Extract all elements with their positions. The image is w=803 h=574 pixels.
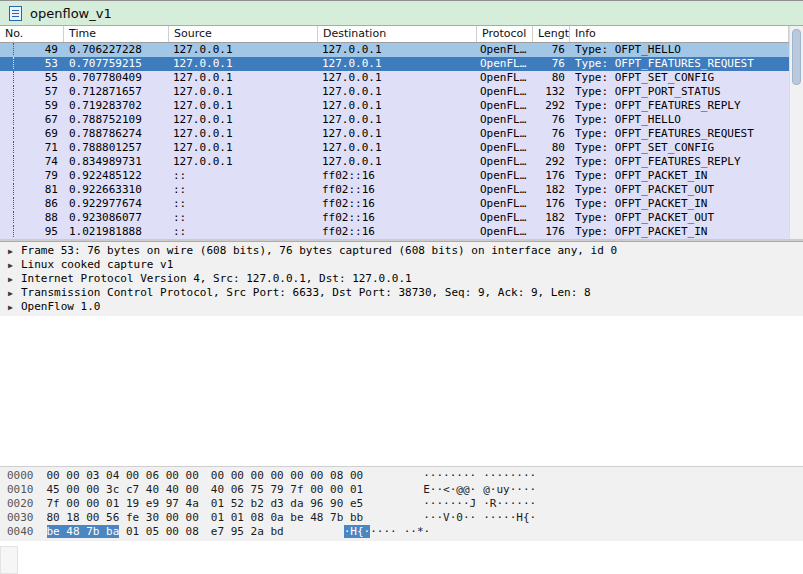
packet-no: 53 bbox=[18, 57, 64, 71]
packet-row[interactable]: 74 0.834989731 127.0.0.1 127.0.0.1 OpenF… bbox=[0, 155, 789, 169]
packet-time: 0.788786274 bbox=[64, 127, 169, 141]
detail-row-tcp[interactable]: ▶Transmission Control Protocol, Src Port… bbox=[0, 286, 803, 300]
packet-no: 49 bbox=[18, 43, 64, 57]
packet-length: 80 bbox=[533, 141, 570, 155]
scrollbar-thumb[interactable] bbox=[792, 29, 801, 85]
hex-row[interactable]: 001045 00 00 3c c7 40 40 0040 06 75 79 7… bbox=[0, 483, 803, 497]
column-header-length[interactable]: Length bbox=[533, 26, 570, 42]
hex-offset: 0010 bbox=[7, 483, 34, 496]
packet-time: 0.788801257 bbox=[64, 141, 169, 155]
hex-bytes-left[interactable]: 00 00 03 04 00 06 00 00 bbox=[47, 469, 199, 482]
column-header-time[interactable]: Time bbox=[64, 26, 169, 42]
hex-bytes-right[interactable]: 01 52 b2 d3 da 96 90 e5 bbox=[211, 497, 363, 510]
hex-dump: 000000 00 03 04 00 06 00 0000 00 00 00 0… bbox=[0, 467, 803, 541]
expand-arrow-icon[interactable]: ▶ bbox=[8, 245, 21, 258]
detail-row-ipv4[interactable]: ▶Internet Protocol Version 4, Src: 127.0… bbox=[0, 272, 803, 286]
hex-row[interactable]: 000000 00 03 04 00 06 00 0000 00 00 00 0… bbox=[0, 469, 803, 483]
conversation-tick bbox=[0, 85, 18, 99]
packet-rows: 49 0.706227228 127.0.0.1 127.0.0.1 OpenF… bbox=[0, 43, 789, 239]
packet-length: 182 bbox=[533, 211, 570, 225]
packet-length: 182 bbox=[533, 183, 570, 197]
hex-ascii-left[interactable]: ········ bbox=[423, 469, 476, 482]
hex-bytes-right[interactable]: e7 95 2a bd bbox=[211, 525, 284, 538]
packet-destination: ff02::16 bbox=[318, 183, 477, 197]
hex-selected-ascii[interactable]: ·H{· bbox=[344, 525, 371, 538]
packet-destination: 127.0.0.1 bbox=[318, 141, 477, 155]
conversation-tick bbox=[0, 155, 18, 169]
packet-source: :: bbox=[169, 197, 318, 211]
packet-source: :: bbox=[169, 225, 318, 239]
hex-ascii-left[interactable]: ···· bbox=[370, 525, 397, 538]
packet-row[interactable]: 71 0.788801257 127.0.0.1 127.0.0.1 OpenF… bbox=[0, 141, 789, 155]
detail-row-linux-cooked[interactable]: ▶Linux cooked capture v1 bbox=[0, 258, 803, 272]
expand-arrow-icon[interactable]: ▶ bbox=[8, 273, 21, 286]
packet-row[interactable]: 86 0.922977674 :: ff02::16 OpenFL… 176 T… bbox=[0, 197, 789, 211]
packet-protocol: OpenFL… bbox=[477, 113, 533, 127]
hex-bytes-left[interactable]: 01 05 00 08 bbox=[119, 525, 198, 538]
hex-ascii-left[interactable]: ·······J bbox=[423, 497, 476, 510]
packet-row[interactable]: 69 0.788786274 127.0.0.1 127.0.0.1 OpenF… bbox=[0, 127, 789, 141]
expand-arrow-icon[interactable]: ▶ bbox=[8, 301, 21, 314]
packet-length: 292 bbox=[533, 155, 570, 169]
packet-destination: 127.0.0.1 bbox=[318, 43, 477, 57]
packet-row[interactable]: 95 1.021981888 :: ff02::16 OpenFL… 176 T… bbox=[0, 225, 789, 239]
packet-info: Type: OFPT_SET_CONFIG bbox=[570, 141, 789, 155]
packet-protocol: OpenFL… bbox=[477, 71, 533, 85]
hex-bytes-right[interactable]: 40 06 75 79 7f 00 00 01 bbox=[211, 483, 363, 496]
expand-arrow-icon[interactable]: ▶ bbox=[8, 287, 21, 300]
hex-ascii-right[interactable]: @·uy···· bbox=[483, 483, 536, 496]
hex-ascii-right[interactable]: ·R······ bbox=[483, 497, 536, 510]
packet-row-selected[interactable]: 53 0.707759215 127.0.0.1 127.0.0.1 OpenF… bbox=[0, 57, 789, 71]
packet-row[interactable]: 55 0.707780409 127.0.0.1 127.0.0.1 OpenF… bbox=[0, 71, 789, 85]
detail-text: Transmission Control Protocol, Src Port:… bbox=[21, 286, 591, 299]
packet-row[interactable]: 79 0.922485122 :: ff02::16 OpenFL… 176 T… bbox=[0, 169, 789, 183]
column-header-info[interactable]: Info bbox=[570, 26, 789, 42]
packet-protocol: OpenFL… bbox=[477, 197, 533, 211]
packet-length: 76 bbox=[533, 43, 570, 57]
packet-row[interactable]: 67 0.788752109 127.0.0.1 127.0.0.1 OpenF… bbox=[0, 113, 789, 127]
hex-bytes-left[interactable]: 45 00 00 3c c7 40 40 00 bbox=[47, 483, 199, 496]
hex-ascii-right[interactable]: ········ bbox=[483, 469, 536, 482]
packet-destination: ff02::16 bbox=[318, 169, 477, 183]
hex-row[interactable]: 0040be 48 7b ba 01 05 00 08e7 95 2a bd·H… bbox=[0, 525, 803, 539]
hex-ascii-left[interactable]: ···V·0·· bbox=[423, 511, 476, 524]
packet-no: 95 bbox=[18, 225, 64, 239]
hex-ascii-left[interactable]: E··<·@@· bbox=[423, 483, 476, 496]
packet-row[interactable]: 49 0.706227228 127.0.0.1 127.0.0.1 OpenF… bbox=[0, 43, 789, 57]
hex-bytes-left[interactable]: 7f 00 00 01 19 e9 97 4a bbox=[47, 497, 199, 510]
conversation-tick bbox=[0, 127, 18, 141]
hex-bytes-right[interactable]: 01 01 08 0a be 48 7b bb bbox=[211, 511, 363, 524]
packet-row[interactable]: 57 0.712871657 127.0.0.1 127.0.0.1 OpenF… bbox=[0, 85, 789, 99]
conversation-tick bbox=[0, 225, 18, 239]
packet-time: 0.707759215 bbox=[64, 57, 169, 71]
hex-row[interactable]: 003080 18 00 56 fe 30 00 0001 01 08 0a b… bbox=[0, 511, 803, 525]
packet-row[interactable]: 81 0.922663310 :: ff02::16 OpenFL… 182 T… bbox=[0, 183, 789, 197]
hex-selected-bytes[interactable]: be 48 7b ba bbox=[47, 525, 120, 538]
conversation-tick bbox=[0, 197, 18, 211]
detail-row-frame[interactable]: ▶Frame 53: 76 bytes on wire (608 bits), … bbox=[0, 244, 803, 258]
hex-row[interactable]: 00207f 00 00 01 19 e9 97 4a01 52 b2 d3 d… bbox=[0, 497, 803, 511]
hex-ascii-right[interactable]: ·····H{· bbox=[483, 511, 536, 524]
vertical-scrollbar[interactable] bbox=[789, 26, 803, 239]
packet-protocol: OpenFL… bbox=[477, 57, 533, 71]
packet-destination: 127.0.0.1 bbox=[318, 155, 477, 169]
packet-row[interactable]: 88 0.923086077 :: ff02::16 OpenFL… 182 T… bbox=[0, 211, 789, 225]
column-header-no[interactable]: No. bbox=[0, 26, 64, 42]
packet-info: Type: OFPT_FEATURES_REQUEST bbox=[570, 127, 789, 141]
packet-destination: 127.0.0.1 bbox=[318, 57, 477, 71]
detail-row-openflow[interactable]: ▶OpenFlow 1.0 bbox=[0, 300, 803, 314]
column-header-protocol[interactable]: Protocol bbox=[477, 26, 533, 42]
hex-bytes-left[interactable]: 80 18 00 56 fe 30 00 00 bbox=[47, 511, 199, 524]
hex-bytes-right[interactable]: 00 00 00 00 00 00 08 00 bbox=[211, 469, 363, 482]
column-header-source[interactable]: Source bbox=[169, 26, 318, 42]
packet-row[interactable]: 59 0.719283702 127.0.0.1 127.0.0.1 OpenF… bbox=[0, 99, 789, 113]
expand-arrow-icon[interactable]: ▶ bbox=[8, 259, 21, 272]
window-title: openflow_v1 bbox=[30, 6, 112, 21]
hex-ascii-right[interactable]: ··*· bbox=[404, 525, 431, 538]
packet-time: 0.707780409 bbox=[64, 71, 169, 85]
wireshark-window: openflow_v1 No. Time Source Destination … bbox=[0, 0, 803, 574]
packet-no: 71 bbox=[18, 141, 64, 155]
column-header-destination[interactable]: Destination bbox=[318, 26, 477, 42]
packet-info: Type: OFPT_PACKET_OUT bbox=[570, 183, 789, 197]
window-titlebar[interactable]: openflow_v1 bbox=[0, 0, 803, 26]
